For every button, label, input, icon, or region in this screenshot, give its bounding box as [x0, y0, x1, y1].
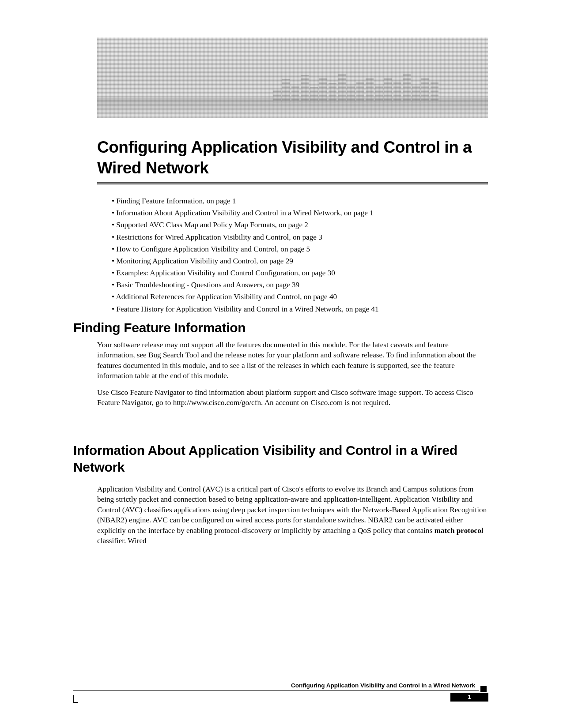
footer-chapter-title: Configuring Application Visibility and C…: [73, 682, 488, 689]
section-heading-finding-feature-information: Finding Feature Information: [73, 320, 246, 335]
title-divider: [97, 182, 488, 184]
footer-block-icon: [480, 686, 487, 692]
toc-item[interactable]: Feature History for Application Visibili…: [112, 303, 483, 315]
cfn-link[interactable]: http://www.cisco.com/go/cfn: [173, 398, 261, 407]
toc-item[interactable]: Supported AVC Class Map and Policy Map F…: [112, 219, 483, 231]
body-paragraph: Your software release may not support al…: [97, 340, 488, 381]
toc-item[interactable]: Finding Feature Information, on page 1: [112, 195, 483, 207]
footer-crop-mark: [73, 695, 78, 703]
page-footer: Configuring Application Visibility and C…: [73, 682, 488, 702]
section-body-finding-feature-information: Your software release may not support al…: [97, 340, 488, 414]
chapter-title: Configuring Application Visibility and C…: [97, 137, 488, 179]
toc-item[interactable]: Information About Application Visibility…: [112, 207, 483, 219]
section-body-information-about-avc: Application Visibility and Control (AVC)…: [97, 484, 488, 546]
toc-item[interactable]: Monitoring Application Visibility and Co…: [112, 255, 483, 267]
toc-item[interactable]: Additional References for Application Vi…: [112, 291, 483, 303]
bold-term-match-protocol: match protocol: [435, 526, 484, 535]
toc-item[interactable]: How to Configure Application Visibility …: [112, 243, 483, 255]
body-paragraph: Application Visibility and Control (AVC)…: [97, 484, 488, 546]
section-heading-information-about-avc: Information About Application Visibility…: [73, 442, 488, 476]
toc-item[interactable]: Examples: Application Visibility and Con…: [112, 267, 483, 279]
toc-item[interactable]: Restrictions for Wired Application Visib…: [112, 231, 483, 243]
body-paragraph: Use Cisco Feature Navigator to find info…: [97, 387, 488, 408]
chapter-banner-image: [97, 38, 488, 118]
table-of-contents: Finding Feature Information, on page 1 I…: [112, 195, 483, 315]
toc-item[interactable]: Basic Troubleshooting - Questions and An…: [112, 279, 483, 291]
page-number: 1: [450, 693, 488, 702]
